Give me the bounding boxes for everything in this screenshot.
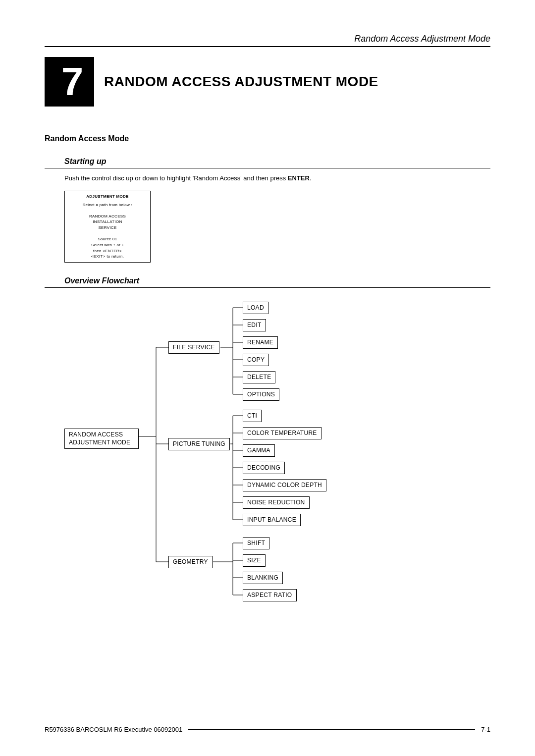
- adjustment-mode-menu: ADJUSTMENT MODE Select a path from below…: [64, 191, 151, 263]
- fc-root: RANDOM ACCESS ADJUSTMENT MODE: [64, 429, 139, 449]
- menu-item: SERVICE: [69, 225, 146, 231]
- sub-rule-2: [45, 287, 490, 288]
- section-heading: Random Access Mode: [45, 134, 490, 143]
- footer-rule: [188, 729, 475, 730]
- menu-source: Source 01: [69, 237, 146, 242]
- fc-leaf: BLANKING: [243, 572, 283, 584]
- instruction-text: Push the control disc up or down to high…: [64, 174, 490, 182]
- fc-leaf: SIZE: [243, 554, 266, 566]
- subheading-starting-up: Starting up: [64, 157, 490, 166]
- menu-select-with: Select with ↑ or ↓: [69, 243, 146, 248]
- fc-leaf: INPUT BALANCE: [243, 514, 301, 526]
- menu-item: INSTALLATION: [69, 219, 146, 225]
- fc-leaf: ASPECT RATIO: [243, 589, 297, 601]
- menu-prompt: Select a path from below :: [69, 203, 146, 208]
- fc-branch-fileservice: FILE SERVICE: [168, 341, 219, 353]
- fc-leaf: DECODING: [243, 462, 285, 474]
- footer-right: 7-1: [481, 726, 490, 733]
- sub-rule-1: [45, 168, 490, 168]
- fc-leaf: RENAME: [243, 336, 278, 348]
- menu-item: RANDOM ACCESS: [69, 214, 146, 219]
- fc-branch-geometry: GEOMETRY: [168, 556, 213, 568]
- chapter-head: 7 RANDOM ACCESS ADJUSTMENT MODE: [45, 57, 490, 107]
- fc-leaf: EDIT: [243, 319, 266, 331]
- fc-leaf: OPTIONS: [243, 388, 279, 400]
- fc-leaf: CTI: [243, 410, 262, 422]
- chapter-number: 7: [61, 62, 84, 102]
- fc-leaf: GAMMA: [243, 444, 275, 456]
- fc-branch-picturetuning: PICTURE TUNING: [168, 438, 230, 450]
- footer-left: R5976336 BARCOSLM R6 Executive 06092001: [45, 726, 182, 733]
- chapter-title: RANDOM ACCESS ADJUSTMENT MODE: [104, 74, 378, 90]
- fc-leaf: SHIFT: [243, 537, 269, 549]
- fc-leaf: COLOR TEMPERATURE: [243, 427, 321, 439]
- fc-leaf: DYNAMIC COLOR DEPTH: [243, 479, 326, 491]
- running-title: Random Access Adjustment Mode: [45, 34, 490, 44]
- chapter-number-box: 7: [45, 57, 94, 107]
- menu-title: ADJUSTMENT MODE: [69, 194, 146, 200]
- menu-exit: <EXIT> to return.: [69, 254, 146, 260]
- subheading-overview: Overview Flowchart: [64, 276, 490, 285]
- fc-leaf: COPY: [243, 354, 269, 366]
- page-footer: R5976336 BARCOSLM R6 Executive 06092001 …: [45, 726, 490, 733]
- menu-then-enter: then <ENTER>: [69, 249, 146, 254]
- top-rule: [45, 46, 490, 47]
- overview-flowchart: RANDOM ACCESS ADJUSTMENT MODE FILE SERVI…: [64, 298, 490, 625]
- fc-leaf: LOAD: [243, 302, 268, 314]
- fc-leaf: NOISE REDUCTION: [243, 496, 310, 508]
- fc-leaf: DELETE: [243, 371, 275, 383]
